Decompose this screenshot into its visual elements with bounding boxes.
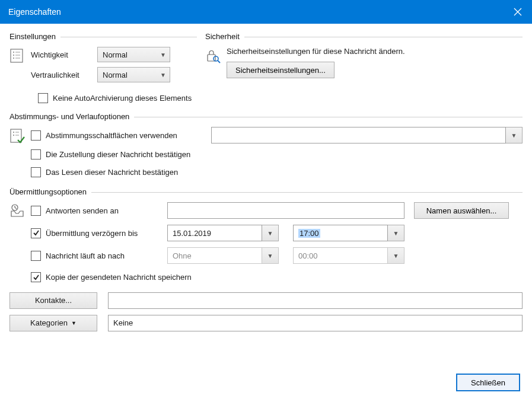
close-button-label: Schließen xyxy=(471,378,505,387)
svg-rect-10 xyxy=(11,129,21,142)
delay-delivery-label: Übermittlung verzögern bis xyxy=(46,229,138,238)
delay-delivery-checkbox[interactable]: Übermittlung verzögern bis xyxy=(27,228,167,238)
no-autoarchive-checkbox[interactable]: Keine AutoArchivierung dieses Elements xyxy=(38,93,192,103)
reply-to-checkbox[interactable]: Antworten senden an xyxy=(27,206,167,216)
divider xyxy=(60,37,197,37)
reply-to-label: Antworten senden an xyxy=(46,206,119,215)
delay-date-value: 15.01.2019 xyxy=(173,229,211,238)
expire-time-input: 00:00 xyxy=(293,247,388,264)
categories-button-label: Kategorien xyxy=(30,318,68,327)
chevron-down-icon: ▼ xyxy=(160,52,166,58)
svg-rect-0 xyxy=(11,49,23,62)
importance-label: Wichtigkeit xyxy=(27,50,97,59)
lock-search-icon xyxy=(205,47,223,63)
security-settings-button-label: Sicherheitseinstellungen... xyxy=(235,66,326,75)
select-names-button[interactable]: Namen auswählen... xyxy=(414,202,509,219)
contacts-button[interactable]: Kontakte... xyxy=(9,292,97,309)
expire-time-dropdown: ▼ xyxy=(388,247,404,264)
save-sent-copy-label: Kopie der gesendeten Nachricht speichern xyxy=(46,273,192,282)
read-receipt-label: Das Lesen dieser Nachricht bestätigen xyxy=(46,168,178,177)
divider xyxy=(244,37,523,37)
importance-value: Normal xyxy=(103,50,128,59)
security-settings-button[interactable]: Sicherheitseinstellungen... xyxy=(227,62,335,78)
categories-input[interactable]: Keine xyxy=(108,315,523,331)
svg-line-9 xyxy=(218,60,220,63)
delivery-icon xyxy=(9,202,27,219)
expire-date-value: Ohne xyxy=(173,251,192,260)
save-sent-copy-checkbox[interactable]: Kopie der gesendeten Nachricht speichern xyxy=(31,272,192,282)
use-voting-buttons-label: Abstimmungsschaltflächen verwenden xyxy=(46,131,177,140)
expire-after-checkbox[interactable]: Nachricht läuft ab nach xyxy=(27,251,167,261)
reply-to-input[interactable] xyxy=(167,202,404,219)
expire-time-value: 00:00 xyxy=(298,251,318,260)
categories-button[interactable]: Kategorien ▼ xyxy=(9,315,97,331)
chevron-down-icon: ▼ xyxy=(160,72,166,78)
use-voting-buttons-checkbox[interactable]: Abstimmungsschaltflächen verwenden xyxy=(27,130,211,141)
delay-time-value: 17:00 xyxy=(298,229,320,238)
voting-buttons-input[interactable] xyxy=(211,127,506,143)
expire-date-input: Ohne xyxy=(167,247,262,264)
titlebar: Eigenschaften xyxy=(0,0,532,24)
importance-combo[interactable]: Normal ▼ xyxy=(97,47,170,62)
delay-date-input[interactable]: 15.01.2019 xyxy=(167,225,262,241)
contacts-button-label: Kontakte... xyxy=(35,296,72,305)
select-names-button-label: Namen auswählen... xyxy=(426,206,497,215)
voting-icon xyxy=(9,127,27,145)
sensitivity-combo[interactable]: Normal ▼ xyxy=(97,67,170,82)
expire-date-dropdown: ▼ xyxy=(262,247,279,264)
delay-date-dropdown[interactable]: ▼ xyxy=(262,225,279,241)
delivery-receipt-label: Die Zustellung dieser Nachricht bestätig… xyxy=(46,150,190,159)
group-security-label: Sicherheit xyxy=(205,32,240,41)
properties-icon xyxy=(9,47,27,63)
sensitivity-label: Vertraulichkeit xyxy=(27,71,97,79)
group-voting-label: Abstimmungs- und Verlaufoptionen xyxy=(9,112,129,121)
group-settings-label: Einstellungen xyxy=(9,32,56,41)
window-title: Eigenschaften xyxy=(8,7,61,17)
divider xyxy=(91,192,523,193)
delivery-receipt-checkbox[interactable]: Die Zustellung dieser Nachricht bestätig… xyxy=(31,149,190,159)
voting-buttons-dropdown[interactable]: ▼ xyxy=(506,127,523,143)
sensitivity-value: Normal xyxy=(103,71,128,79)
close-button[interactable]: Schließen xyxy=(456,374,520,391)
divider xyxy=(134,117,523,117)
group-delivery-label: Übermittlungsoptionen xyxy=(9,187,87,196)
security-description: Sicherheitseinstellungen für diese Nachr… xyxy=(227,47,523,56)
delay-time-dropdown[interactable]: ▼ xyxy=(388,225,404,241)
expire-after-label: Nachricht läuft ab nach xyxy=(46,251,125,260)
read-receipt-checkbox[interactable]: Das Lesen dieser Nachricht bestätigen xyxy=(31,167,178,177)
contacts-input[interactable] xyxy=(108,292,523,309)
close-icon[interactable] xyxy=(504,0,532,24)
no-autoarchive-label: Keine AutoArchivierung dieses Elements xyxy=(53,94,192,103)
categories-value: Keine xyxy=(113,318,133,327)
delay-time-input[interactable]: 17:00 xyxy=(293,225,388,241)
chevron-down-icon: ▼ xyxy=(71,320,77,326)
